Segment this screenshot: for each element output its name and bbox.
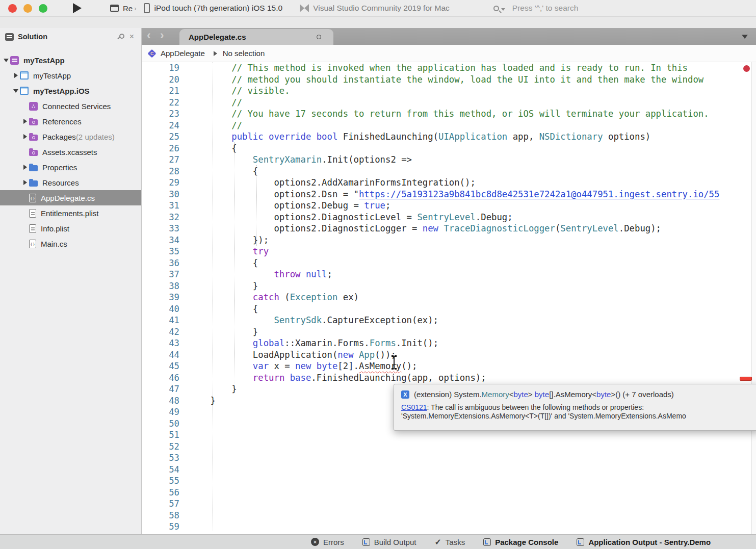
tree-item-appdelegate-cs[interactable]: AppDelegate.cs bbox=[0, 190, 141, 205]
tree-item-label: Properties bbox=[42, 163, 77, 172]
tree-item-info-plist[interactable]: Info.plist bbox=[0, 221, 141, 236]
search-chevron-icon bbox=[501, 8, 505, 11]
minimize-window-button[interactable] bbox=[23, 4, 32, 13]
navigate-forward-button[interactable]: › bbox=[160, 29, 164, 42]
code-line-42[interactable]: } bbox=[189, 326, 719, 338]
tree-item-entitlements-plist[interactable]: Entitlements.plist bbox=[0, 205, 141, 221]
code-line-59[interactable] bbox=[189, 521, 719, 533]
tree-item-connected-services[interactable]: Connected Services bbox=[0, 98, 141, 114]
tree-item-packages[interactable]: Packages (2 updates) bbox=[0, 129, 141, 144]
pad-button-label: Errors bbox=[323, 538, 344, 546]
pad-button-package-console[interactable]: Package Console bbox=[483, 538, 558, 546]
tree-item-references[interactable]: References bbox=[0, 114, 141, 129]
code-line-57[interactable] bbox=[189, 498, 719, 510]
pad-button-application-output-sentry-demo[interactable]: Application Output - Sentry.Demo bbox=[577, 538, 711, 546]
code-line-28[interactable]: { bbox=[189, 166, 719, 177]
code-line-55[interactable] bbox=[189, 475, 719, 487]
folder-purple-icon bbox=[29, 135, 38, 141]
code-line-22[interactable]: // bbox=[189, 97, 719, 109]
code-line-52[interactable] bbox=[189, 441, 719, 453]
code-line-46[interactable]: return base.FinishedLaunching(app, optio… bbox=[189, 372, 719, 384]
device-selector[interactable]: iPod touch (7th generation) iOS 15.0 bbox=[154, 4, 283, 13]
code-line-37[interactable]: throw null; bbox=[189, 269, 719, 280]
code-line-23[interactable]: // You have 17 seconds to return from th… bbox=[189, 108, 719, 120]
disclosure-down-icon[interactable] bbox=[2, 59, 10, 62]
disclosure-right-icon[interactable] bbox=[12, 73, 20, 78]
line-number: 27 bbox=[142, 154, 179, 166]
code-line-45[interactable]: var x = new byte[2].AsMemory(); bbox=[189, 360, 719, 372]
code-line-19[interactable]: // This method is invoked when the appli… bbox=[189, 62, 719, 74]
navigate-back-button[interactable]: ‹ bbox=[147, 29, 151, 42]
code-line-21[interactable]: // visible. bbox=[189, 85, 719, 97]
code-line-35[interactable]: try bbox=[189, 246, 719, 257]
code-line-53[interactable] bbox=[189, 452, 719, 464]
global-search[interactable]: Press '^,' to search bbox=[493, 4, 579, 13]
code-editor[interactable]: 1920212223242526272829303132333435363738… bbox=[142, 62, 756, 534]
code-lines[interactable]: // This method is invoked when the appli… bbox=[189, 62, 719, 533]
code-line-43[interactable]: global::Xamarin.Forms.Forms.Init(); bbox=[189, 337, 719, 349]
tree-item-label: Main.cs bbox=[41, 240, 67, 248]
line-number: 22 bbox=[142, 97, 179, 109]
code-line-29[interactable]: options2.AddXamarinFormsIntegration(); bbox=[189, 177, 719, 189]
code-line-56[interactable] bbox=[189, 487, 719, 499]
code-line-54[interactable] bbox=[189, 464, 719, 476]
code-line-24[interactable]: // bbox=[189, 120, 719, 132]
code-line-41[interactable]: SentrySdk.CaptureException(ex); bbox=[189, 315, 719, 326]
close-window-button[interactable] bbox=[8, 4, 17, 13]
file-plist-icon bbox=[29, 224, 36, 233]
code-line-40[interactable]: { bbox=[189, 303, 719, 315]
tree-item-label: Assets.xcassets bbox=[42, 148, 97, 156]
tab-appdelegate[interactable]: AppDelegate.cs bbox=[179, 29, 333, 45]
tree-item-mytestapp-ios[interactable]: myTestApp.iOS bbox=[0, 83, 141, 98]
code-line-38[interactable]: } bbox=[189, 280, 719, 292]
tab-list-dropdown-icon[interactable] bbox=[742, 35, 748, 39]
code-line-33[interactable]: options2.DiagnosticLogger = new TraceDia… bbox=[189, 223, 719, 234]
code-line-36[interactable]: { bbox=[189, 257, 719, 269]
code-line-31[interactable]: options2.Debug = true; bbox=[189, 200, 719, 212]
tree-item-assets-xcassets[interactable]: Assets.xcassets bbox=[0, 144, 141, 160]
disclosure-right-icon[interactable] bbox=[21, 134, 29, 139]
tree-item-main-cs[interactable]: Main.cs bbox=[0, 236, 141, 251]
scrollbar-error-marker[interactable] bbox=[740, 377, 752, 381]
code-line-30[interactable]: options2.Dsn = "https://5a193123a9b841bc… bbox=[189, 189, 719, 200]
pin-icon[interactable] bbox=[116, 33, 123, 40]
search-icon bbox=[493, 6, 499, 11]
solution-pad-header: Solution × bbox=[0, 28, 141, 45]
scrollbar-track[interactable] bbox=[751, 62, 756, 534]
pad-button-tasks[interactable]: ✓Tasks bbox=[434, 537, 465, 547]
pad-button-errors[interactable]: ×Errors bbox=[311, 538, 344, 546]
code-line-20[interactable]: // method you should instantiate the win… bbox=[189, 74, 719, 86]
breadcrumb-arrow-icon bbox=[214, 51, 217, 56]
search-placeholder: Press '^,' to search bbox=[512, 4, 579, 13]
disclosure-right-icon[interactable] bbox=[21, 119, 29, 124]
tree-item-mytestapp[interactable]: myTestApp bbox=[0, 68, 141, 83]
code-line-58[interactable] bbox=[189, 510, 719, 521]
zoom-window-button[interactable] bbox=[39, 4, 47, 13]
disclosure-right-icon[interactable] bbox=[21, 165, 29, 170]
line-number: 25 bbox=[142, 131, 179, 143]
code-line-34[interactable]: }); bbox=[189, 234, 719, 246]
tree-item-mytestapp[interactable]: myTestApp bbox=[0, 53, 141, 68]
breadcrumb-selection[interactable]: No selection bbox=[223, 49, 265, 58]
code-line-27[interactable]: SentryXamarin.Init(options2 => bbox=[189, 154, 719, 166]
code-line-32[interactable]: options2.DiagnosticLevel = SentryLevel.D… bbox=[189, 212, 719, 223]
tab-close-icon[interactable] bbox=[317, 35, 321, 39]
close-icon[interactable]: × bbox=[129, 33, 134, 41]
code-line-39[interactable]: catch (Exception ex) bbox=[189, 292, 719, 303]
code-line-51[interactable] bbox=[189, 429, 719, 441]
disclosure-down-icon[interactable] bbox=[12, 89, 20, 93]
pad-button-label: Application Output - Sentry.Demo bbox=[588, 538, 711, 546]
line-number: 39 bbox=[142, 292, 179, 303]
tree-item-properties[interactable]: Properties bbox=[0, 160, 141, 175]
code-line-44[interactable]: LoadApplication(new App()); bbox=[189, 349, 719, 361]
breadcrumb-class[interactable]: AppDelegate bbox=[161, 49, 205, 58]
disclosure-right-icon[interactable] bbox=[21, 180, 29, 185]
configuration-selector[interactable]: Re bbox=[123, 4, 133, 13]
pad-button-build-output[interactable]: Build Output bbox=[362, 538, 416, 546]
pad-button-label: Build Output bbox=[374, 538, 416, 546]
tree-item-resources[interactable]: Resources bbox=[0, 175, 141, 190]
line-number: 41 bbox=[142, 315, 179, 326]
code-line-25[interactable]: public override bool FinishedLaunching(U… bbox=[189, 131, 719, 143]
code-line-26[interactable]: { bbox=[189, 143, 719, 154]
run-button[interactable] bbox=[73, 3, 82, 13]
